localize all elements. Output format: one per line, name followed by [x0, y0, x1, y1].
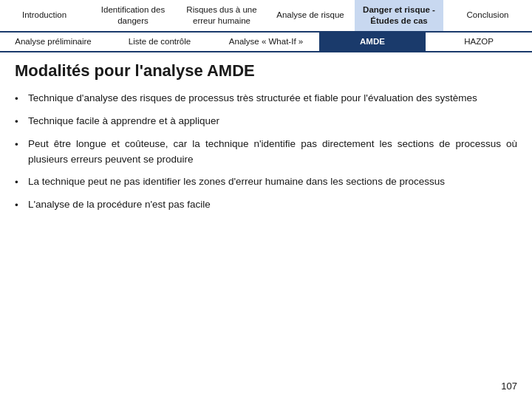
- list-item: • La technique peut ne pas identifier le…: [15, 174, 517, 190]
- main-content: Modalités pour l'analyse AMDE • Techniqu…: [0, 52, 532, 228]
- nav-bar: Introduction Identification des dangers …: [0, 0, 532, 33]
- subnav-item-liste-controle[interactable]: Liste de contrôle: [106, 33, 213, 51]
- bullet-list: • Technique d'analyse des risques de pro…: [15, 91, 517, 214]
- subnav-item-amde[interactable]: AMDE: [319, 33, 426, 51]
- subnav-item-hazop[interactable]: HAZOP: [426, 33, 532, 51]
- nav-item-introduction[interactable]: Introduction: [0, 0, 89, 31]
- list-item: • Technique d'analyse des risques de pro…: [15, 91, 517, 106]
- nav-item-danger-risque[interactable]: Danger et risque - Études de cas: [355, 0, 443, 31]
- page-title: Modalités pour l'analyse AMDE: [15, 61, 517, 81]
- subnav-item-analyse-preliminaire[interactable]: Analyse préliminaire: [0, 33, 106, 51]
- nav-item-identification[interactable]: Identification des dangers: [89, 0, 177, 31]
- sub-nav-bar: Analyse préliminaire Liste de contrôle A…: [0, 33, 532, 52]
- bullet-icon: •: [15, 92, 28, 106]
- subnav-item-analyse-whatif[interactable]: Analyse « What-If »: [213, 33, 319, 51]
- nav-item-analyse-risque[interactable]: Analyse de risque: [266, 0, 355, 31]
- nav-item-risques[interactable]: Risques dus à une erreur humaine: [177, 0, 266, 31]
- nav-item-conclusion[interactable]: Conclusion: [443, 0, 532, 31]
- bullet-icon: •: [15, 137, 28, 152]
- bullet-icon: •: [15, 175, 28, 190]
- bullet-icon: •: [15, 115, 28, 129]
- list-item: • L'analyse de la procédure n'est pas fa…: [15, 197, 517, 213]
- list-item: • Peut être longue et coûteuse, car la t…: [15, 137, 517, 167]
- list-item: • Technique facile à apprendre et à appl…: [15, 114, 517, 129]
- page-number: 107: [501, 381, 517, 392]
- bullet-icon: •: [15, 198, 28, 213]
